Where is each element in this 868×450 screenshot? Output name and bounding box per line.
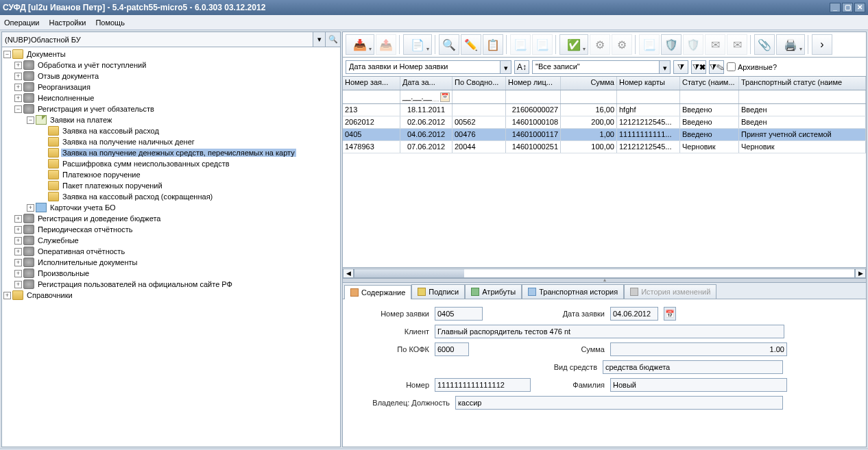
col-header[interactable]: Статус (наим...	[680, 77, 739, 90]
tree-item[interactable]: +Обработка и учёт поступлений	[2, 60, 340, 71]
minimize-button[interactable]: _	[830, 3, 841, 12]
calendar-icon[interactable]: 📅	[664, 307, 676, 321]
col-header[interactable]: Дата за...	[400, 77, 453, 90]
tab-content[interactable]: Содержание	[344, 285, 411, 299]
field-kofk[interactable]	[435, 342, 469, 356]
chevron-down-icon[interactable]: ▾	[313, 32, 325, 47]
chevron-down-icon[interactable]: ▾	[659, 61, 670, 73]
tree-item[interactable]: −Регистрация и учет обязательств	[2, 103, 340, 114]
scroll-left-icon[interactable]: ◀	[343, 268, 354, 278]
tree-item[interactable]: +Неисполненные	[2, 92, 340, 103]
tree-root[interactable]: −Документы	[2, 49, 340, 60]
menu-help[interactable]: Помощь	[95, 18, 125, 27]
org-search-button[interactable]: 🔍	[325, 32, 340, 47]
filter-button[interactable]: ⧩	[673, 60, 688, 74]
archive-checkbox[interactable]: Архивные?	[727, 62, 777, 71]
filter-cell[interactable]	[453, 90, 506, 103]
col-header[interactable]: По Сводно...	[453, 77, 506, 90]
filter-edit-button[interactable]: ⧩✎	[709, 60, 724, 74]
close-button[interactable]: ✕	[854, 3, 865, 12]
calendar-icon[interactable]: 📅	[440, 92, 450, 102]
filter-cell[interactable]	[739, 90, 866, 103]
field-owner[interactable]	[455, 396, 783, 410]
horizontal-scrollbar[interactable]: ◀ ▶	[343, 267, 866, 278]
table-row[interactable]: 206201202.06.20120056214601000108200,001…	[343, 116, 866, 129]
maximize-button[interactable]: ▢	[842, 3, 853, 12]
filter-clear-button[interactable]: ⧩✖	[691, 60, 706, 74]
sort-combo[interactable]: Дата заявки и Номер заявки▾	[346, 60, 511, 74]
sort-az-button[interactable]: A↕	[514, 60, 529, 74]
tree-item[interactable]: +Отзыв документа	[2, 71, 340, 82]
filter-cell[interactable]	[561, 90, 617, 103]
records-combo[interactable]: "Все записи"▾	[532, 60, 671, 74]
field-client[interactable]	[435, 325, 784, 338]
field-request-number[interactable]	[435, 307, 483, 321]
more-button[interactable]: ›	[812, 34, 832, 55]
table-row[interactable]: 21318.11.20112160600002716,00hfghfВведен…	[343, 104, 866, 116]
filter-cell[interactable]	[680, 90, 739, 103]
tree-item[interactable]: +Карточки учета БО	[2, 202, 340, 213]
field-family[interactable]	[610, 378, 787, 392]
db-icon	[23, 258, 34, 267]
col-header[interactable]: Номер зая...	[343, 77, 400, 90]
new-doc-button[interactable]: 📄	[403, 34, 432, 55]
table-row[interactable]: 040504.06.201200476146010001171,00111111…	[343, 129, 866, 141]
detail-form: Номер заявки Дата заявки 📅 Клиент По КОФ…	[343, 299, 866, 447]
filter-cell[interactable]	[617, 90, 680, 103]
tree-item[interactable]: +Произвольные	[2, 268, 340, 279]
org-selector[interactable]: ▾ 🔍	[2, 32, 340, 47]
tab-history[interactable]: История изменений	[624, 284, 716, 299]
chevron-down-icon[interactable]: ▾	[500, 61, 511, 73]
tree-item[interactable]: Платежное поручение	[2, 169, 340, 180]
tree-item[interactable]: Заявка на кассовый расход	[2, 125, 340, 136]
db-icon	[23, 71, 34, 81]
tree-item[interactable]: +Оперативная отчётность	[2, 246, 340, 257]
filter-cell[interactable]: __.__.__📅	[400, 90, 453, 103]
field-vid[interactable]	[603, 360, 783, 374]
tree-item[interactable]: +Регистрация пользователей на официально…	[2, 279, 340, 290]
print-button[interactable]: 🖨️	[776, 34, 805, 55]
col-header[interactable]: Сумма	[561, 77, 617, 90]
col-header[interactable]: Номер лиц...	[506, 77, 561, 90]
tree-item[interactable]: +Служебные	[2, 235, 340, 246]
table-row[interactable]: 147896307.06.20122004414601000251100,001…	[343, 141, 866, 153]
field-request-date[interactable]	[610, 307, 658, 321]
tree-item[interactable]: Расшифровка сумм неиспользованных средст…	[2, 158, 340, 169]
tree-item[interactable]: +Исполнительные документы	[2, 257, 340, 268]
tab-signatures[interactable]: Подписи	[411, 284, 465, 299]
attach-button[interactable]: 📎	[754, 34, 775, 55]
filter-cell[interactable]	[343, 90, 400, 103]
tool-button: 🛡️	[683, 34, 703, 55]
tree-item[interactable]: +Регистрация и доведение бюджета	[2, 213, 340, 224]
org-input[interactable]	[2, 32, 313, 47]
tree-item-selected[interactable]: Заявка на получение денежных средств, пе…	[2, 147, 340, 158]
edit-button[interactable]: ✏️	[461, 34, 481, 55]
field-sum[interactable]	[610, 342, 787, 356]
col-header[interactable]: Транспортный статус (наиме	[739, 77, 866, 90]
signature-icon	[418, 288, 426, 296]
db-icon	[23, 214, 34, 223]
copy-button[interactable]: 📋	[483, 34, 503, 55]
tree-item[interactable]: −Заявки на платеж	[2, 114, 340, 125]
tree-item[interactable]: Пакет платежных поручений	[2, 180, 340, 191]
verify-button[interactable]: ✅	[559, 34, 588, 55]
scroll-thumb[interactable]	[354, 269, 464, 277]
tree-item[interactable]: +Реорганизация	[2, 82, 340, 92]
sign-button[interactable]: 🛡️	[661, 34, 682, 55]
tab-attributes[interactable]: Атрибуты	[465, 284, 522, 299]
filter-cell[interactable]	[506, 90, 561, 103]
menu-settings[interactable]: Настройки	[49, 18, 86, 27]
tree-item[interactable]: +Периодическая отчётность	[2, 224, 340, 235]
scroll-right-icon[interactable]: ▶	[855, 268, 866, 278]
tab-transport[interactable]: Транспортная история	[522, 284, 624, 299]
import-button[interactable]: 📥	[346, 34, 374, 55]
tree-item[interactable]: Заявка на получение наличных денег	[2, 136, 340, 147]
open-button[interactable]: 🔍	[439, 34, 459, 55]
field-cardnum[interactable]	[435, 378, 531, 392]
col-header[interactable]: Номер карты	[617, 77, 680, 90]
tree-item[interactable]: +Справочники	[2, 290, 340, 301]
menu-operations[interactable]: Операции	[4, 18, 39, 27]
tree-item[interactable]: Заявка на кассовый расход (сокращенная)	[2, 191, 340, 202]
label-sum: Сумма	[478, 345, 605, 353]
filter-bar: Дата заявки и Номер заявки▾ A↕ "Все запи…	[342, 58, 867, 77]
